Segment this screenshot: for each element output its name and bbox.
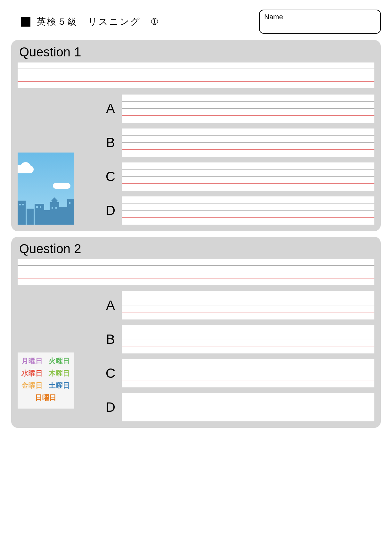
option-letter: D <box>104 400 117 415</box>
days-of-week-illustration-icon: 月曜日 火曜日 水曜日 木曜日 金曜日 土曜日 日曜日 <box>18 352 74 409</box>
question-prompt-lines[interactable] <box>18 62 374 88</box>
question-title: Question 1 <box>19 45 374 59</box>
day-label: 木曜日 <box>49 369 70 378</box>
option-answer-lines[interactable] <box>122 393 374 421</box>
option-answer-lines[interactable] <box>122 128 374 157</box>
question-prompt-lines[interactable] <box>18 259 374 285</box>
square-bullet-icon <box>21 17 30 27</box>
option-letter: D <box>104 203 117 218</box>
day-label: 月曜日 <box>21 356 43 366</box>
option-row-b: B <box>104 128 374 157</box>
day-label: 火曜日 <box>49 356 70 366</box>
option-row-a: A <box>104 95 374 123</box>
options-area: A B C D <box>18 95 374 225</box>
option-answer-lines[interactable] <box>122 291 374 319</box>
worksheet-header: 英検５級 リスニング ① Name <box>11 10 381 34</box>
question-block-2: Question 2 月曜日 火曜日 水曜日 木曜日 金曜日 土曜日 日曜日 A… <box>11 237 381 428</box>
option-row-c: C <box>104 359 374 387</box>
option-letter: B <box>104 135 117 150</box>
option-answer-lines[interactable] <box>122 95 374 123</box>
question-block-1: Question 1 A <box>11 40 381 231</box>
worksheet-number: ① <box>151 16 159 27</box>
worksheet-title: 英検５級 リスニング <box>37 16 141 28</box>
title-section: 英検５級 リスニング ① <box>11 16 159 28</box>
options-column: A B C D <box>104 95 374 225</box>
option-letter: A <box>104 101 117 116</box>
option-row-b: B <box>104 325 374 353</box>
sky-city-illustration-icon <box>18 153 74 225</box>
option-answer-lines[interactable] <box>122 162 374 191</box>
option-row-c: C <box>104 162 374 191</box>
option-letter: C <box>104 366 117 381</box>
name-label: Name <box>264 13 283 21</box>
option-answer-lines[interactable] <box>122 196 374 225</box>
option-row-a: A <box>104 291 374 319</box>
option-letter: B <box>104 332 117 347</box>
option-letter: C <box>104 169 117 184</box>
options-area: 月曜日 火曜日 水曜日 木曜日 金曜日 土曜日 日曜日 A B C <box>18 291 374 421</box>
question-title: Question 2 <box>19 242 374 256</box>
day-label: 日曜日 <box>35 393 56 402</box>
option-row-d: D <box>104 393 374 421</box>
day-label: 水曜日 <box>21 369 43 378</box>
illustration-column <box>18 95 98 225</box>
option-row-d: D <box>104 196 374 225</box>
option-answer-lines[interactable] <box>122 325 374 353</box>
illustration-column: 月曜日 火曜日 水曜日 木曜日 金曜日 土曜日 日曜日 <box>18 291 98 421</box>
option-answer-lines[interactable] <box>122 359 374 387</box>
options-column: A B C D <box>104 291 374 421</box>
name-field[interactable]: Name <box>259 10 381 34</box>
day-label: 土曜日 <box>49 381 70 390</box>
day-label: 金曜日 <box>21 381 43 390</box>
option-letter: A <box>104 298 117 313</box>
